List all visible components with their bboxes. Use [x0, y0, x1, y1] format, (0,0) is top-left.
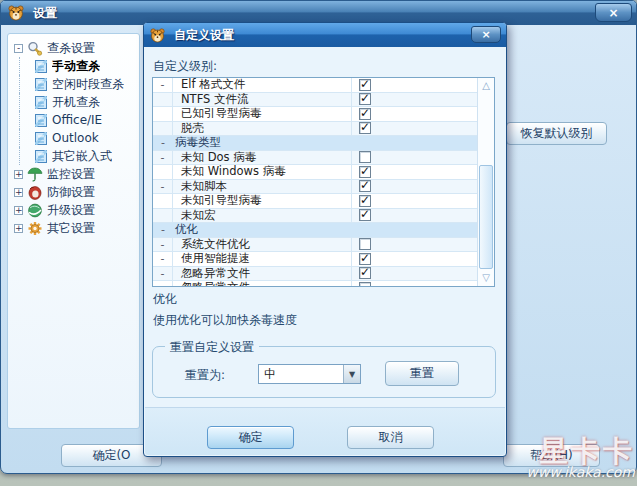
collapse-icon[interactable]: -	[153, 252, 173, 266]
checkbox-unchecked[interactable]	[359, 282, 371, 286]
restore-default-level-button[interactable]: 恢复默认级别	[506, 122, 607, 145]
checkbox-cell	[351, 180, 477, 194]
dialog-close-button[interactable]: ×	[471, 26, 501, 43]
checkbox-cell	[351, 107, 477, 121]
doc-icon	[35, 96, 47, 109]
checkbox-cell	[351, 281, 477, 286]
dialog-cancel-button[interactable]: 取消	[347, 426, 434, 449]
sidebar-item-0[interactable]: -查杀设置	[12, 39, 139, 57]
sidebar-item-5[interactable]: Outlook	[12, 129, 139, 147]
list-row[interactable]: -忽略异常文件	[153, 267, 477, 282]
list-row-label: 已知引导型病毒	[173, 106, 351, 121]
list-row[interactable]: NTFS 文件流	[153, 93, 477, 108]
list-scrollbar[interactable]: △ ▽	[477, 78, 494, 286]
doc-icon	[35, 114, 47, 127]
custom-level-label: 自定义级别:	[153, 58, 217, 75]
list-row[interactable]: 忽略异常文件	[153, 281, 477, 286]
custom-level-list: -Elf 格式文件NTFS 文件流已知引导型病毒脱壳-病毒类型-未知 Dos 病…	[152, 77, 495, 287]
dialog-ok-button[interactable]: 确定	[207, 426, 294, 449]
checkbox-cell	[351, 194, 477, 208]
chevron-down-icon[interactable]: ▼	[343, 365, 360, 383]
collapse-icon[interactable]: -	[153, 223, 173, 237]
reset-level-select[interactable]: 中 ▼	[258, 364, 361, 384]
sidebar-item-8[interactable]: +防御设置	[12, 183, 139, 201]
list-row[interactable]: 已知引导型病毒	[153, 107, 477, 122]
checkbox-cell	[351, 209, 477, 223]
sidebar-item-10[interactable]: +其它设置	[12, 219, 139, 237]
checkbox-unchecked[interactable]	[359, 151, 371, 163]
app-logo-icon	[8, 5, 24, 21]
sidebar-item-label: 升级设置	[47, 202, 95, 219]
collapse-icon[interactable]: -	[153, 267, 173, 281]
reset-groupbox: 重置自定义设置 重置为: 中 ▼ 重置	[152, 346, 496, 398]
sidebar-item-9[interactable]: +升级设置	[12, 201, 139, 219]
collapse-icon[interactable]: -	[153, 136, 173, 150]
scroll-up-icon[interactable]: △	[478, 78, 494, 94]
sidebar-item-label: 查杀设置	[47, 40, 95, 57]
window-close-button[interactable]: ×	[595, 3, 632, 22]
checkbox-checked[interactable]	[359, 122, 371, 134]
checkbox-cell	[351, 165, 477, 179]
checkbox-unchecked[interactable]	[359, 238, 371, 250]
reset-groupbox-title: 重置自定义设置	[165, 339, 259, 356]
checkbox-checked[interactable]	[359, 166, 371, 178]
doc-icon	[35, 60, 47, 73]
scroll-thumb[interactable]	[479, 165, 493, 269]
checkbox-checked[interactable]	[359, 253, 371, 265]
list-row[interactable]: 脱壳	[153, 122, 477, 137]
sidebar-item-label: 防御设置	[47, 184, 95, 201]
expand-icon[interactable]: +	[14, 206, 23, 215]
list-row[interactable]: -Elf 格式文件	[153, 78, 477, 93]
row-marker	[153, 122, 173, 136]
expand-icon[interactable]: +	[14, 170, 23, 179]
expand-icon[interactable]: +	[14, 224, 23, 233]
dialog-titlebar[interactable]: 自定义设置 ×	[144, 23, 506, 47]
row-marker	[153, 93, 173, 107]
sidebar-item-3[interactable]: 开机查杀	[12, 93, 139, 111]
sidebar-item-label: Office/IE	[52, 113, 102, 127]
sidebar-item-1[interactable]: 手动查杀	[12, 57, 139, 75]
checkbox-checked[interactable]	[359, 267, 371, 279]
globe-icon	[27, 203, 43, 218]
list-row-label: 未知宏	[173, 208, 351, 223]
checkbox-cell	[351, 252, 477, 266]
list-row[interactable]: 未知 Windows 病毒	[153, 165, 477, 180]
sidebar-item-label: 手动查杀	[52, 58, 100, 75]
list-row[interactable]: -使用智能提速	[153, 252, 477, 267]
checkbox-checked[interactable]	[359, 195, 371, 207]
checkbox-checked[interactable]	[359, 79, 371, 91]
list-row[interactable]: 未知引导型病毒	[153, 194, 477, 209]
list-row-label: 系统文件优化	[173, 237, 351, 252]
reset-button[interactable]: 重置	[385, 361, 459, 386]
list-group-row[interactable]: -病毒类型	[153, 136, 477, 151]
sidebar-item-label: 开机查杀	[52, 94, 100, 111]
checkbox-cell	[351, 78, 477, 92]
sidebar-item-4[interactable]: Office/IE	[12, 111, 139, 129]
expand-icon[interactable]: +	[14, 188, 23, 197]
collapse-icon[interactable]: -	[153, 151, 173, 165]
checkbox-checked[interactable]	[359, 180, 371, 192]
collapse-icon[interactable]: -	[153, 238, 173, 252]
collapse-icon[interactable]: -	[153, 78, 173, 92]
tree-indent	[19, 75, 35, 93]
sidebar-item-2[interactable]: 空闲时段查杀	[12, 75, 139, 93]
help-button[interactable]: 帮助(H)	[503, 444, 600, 467]
checkbox-cell	[351, 151, 477, 165]
checkbox-checked[interactable]	[359, 93, 371, 105]
sidebar-item-label: 其它嵌入式	[52, 148, 112, 165]
list-row[interactable]: 未知宏	[153, 209, 477, 224]
list-row[interactable]: -未知 Dos 病毒	[153, 151, 477, 166]
collapse-icon[interactable]: -	[14, 44, 23, 53]
list-row[interactable]: -未知脚本	[153, 180, 477, 195]
dialog-title: 自定义设置	[174, 27, 234, 44]
collapse-icon[interactable]: -	[153, 180, 173, 194]
scroll-down-icon[interactable]: ▽	[478, 270, 494, 286]
list-row[interactable]: -系统文件优化	[153, 238, 477, 253]
checkbox-checked[interactable]	[359, 108, 371, 120]
sidebar-item-6[interactable]: 其它嵌入式	[12, 147, 139, 165]
checkbox-checked[interactable]	[359, 209, 371, 221]
list-row-label: 病毒类型	[173, 135, 477, 150]
sidebar-item-7[interactable]: +监控设置	[12, 165, 139, 183]
list-row-label: 优化	[173, 222, 477, 237]
list-group-row[interactable]: -优化	[153, 223, 477, 238]
